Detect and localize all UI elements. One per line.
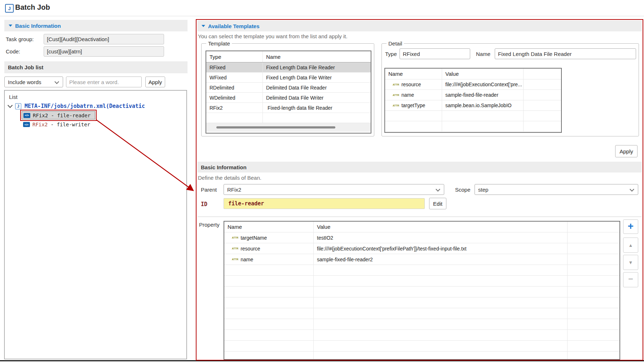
attr-icon: ATTR [393, 94, 399, 96]
expand-chevron-icon[interactable] [8, 103, 13, 108]
add-property-button[interactable]: + [623, 219, 638, 234]
property-row[interactable] [224, 352, 619, 360]
attribute-value [442, 111, 524, 121]
section-divider [197, 217, 642, 217]
batch-job-list-section-header: Batch Job list [4, 61, 188, 73]
tree-item-file-reader[interactable]: RFix2 - file-reader [22, 111, 95, 119]
section-title: Basic Information [201, 164, 247, 170]
empty-cell [568, 352, 619, 360]
parent-label: Parent [201, 187, 217, 193]
task-group-value: [Cust][Audit][Deactivation] [47, 36, 109, 42]
template-row[interactable]: WFixed Fixed Length Data File Writer [206, 73, 371, 83]
id-field[interactable]: file-reader [224, 198, 425, 209]
code-field[interactable]: [cust][uw][atrn] [44, 46, 164, 57]
template-type-cell: WDelimited [206, 93, 263, 103]
template-name-cell [263, 113, 371, 123]
template-row[interactable]: RFix2 Fixed-length data file Reader [206, 103, 371, 113]
property-table-body: ATTR targetName testIO2 ATTR resource fi… [224, 232, 619, 360]
property-value: sample-fixed-file-reader2 [314, 254, 568, 265]
template-name-cell: Fixed-length data file Reader [263, 103, 371, 113]
empty-cell [568, 265, 619, 275]
move-down-button[interactable]: ▼ [623, 255, 638, 270]
property-row[interactable] [224, 287, 619, 297]
detail-type-field[interactable]: RFixed [400, 48, 470, 59]
template-table-header: Type Name [206, 51, 371, 62]
property-row[interactable] [224, 319, 619, 330]
template-name-cell: Fixed Length Data File Reader [263, 62, 371, 72]
property-row[interactable]: ATTR name sample-fixed-file-reader2 [224, 254, 619, 265]
attribute-name: name [401, 92, 414, 98]
property-row[interactable] [224, 297, 619, 308]
arrow-up-icon: ▲ [628, 243, 633, 248]
scrollbar-thumb[interactable] [216, 126, 335, 128]
property-row[interactable]: ATTR resource file:///#{jobExecutionCont… [224, 243, 619, 254]
remove-property-button[interactable]: − [623, 272, 638, 287]
detail-name-value: Fixed Length Data File Reader [498, 51, 572, 57]
property-value: testIO2 [314, 232, 568, 243]
template-row[interactable] [206, 113, 371, 123]
task-group-field[interactable]: [Cust][Audit][Deactivation] [44, 34, 164, 44]
detail-row[interactable]: ATTR resource file:///#{jobExecutionCont… [385, 79, 561, 90]
empty-cell [568, 308, 619, 319]
detail-row[interactable]: ATTR name sample-fixed-file-reader [385, 90, 561, 100]
attr-icon: ATTR [393, 104, 399, 107]
detail-row[interactable] [385, 111, 561, 121]
property-value [314, 308, 568, 319]
detail-row[interactable]: ATTR targetType sample.bean.io.SampleJob… [385, 100, 561, 111]
parent-value: RFix2 [227, 187, 241, 193]
property-row[interactable] [224, 308, 619, 319]
detail-legend: Detail [387, 40, 404, 47]
template-type-cell [206, 113, 263, 123]
attribute-value: file:///#{jobExecutionContext['pre... [442, 79, 524, 90]
template-apply-button[interactable]: Apply [615, 145, 638, 157]
edit-button[interactable]: Edit [429, 198, 446, 209]
basic-information-section-header[interactable]: Basic Information [4, 20, 188, 31]
bean-description: Define the details of Bean. [198, 175, 261, 181]
template-row[interactable]: WDelimited Delimited Data File Writer [206, 93, 371, 103]
template-type-cell: RFixed [206, 62, 263, 72]
property-value: file:///#{jobExecutionContext['prefixFil… [314, 243, 568, 254]
detail-name-label: Name [476, 51, 490, 57]
detail-row[interactable] [385, 121, 561, 132]
plus-icon: + [628, 221, 634, 231]
tree-item-file-writer[interactable]: RFix2 - file-writer [23, 122, 90, 127]
move-up-button[interactable]: ▲ [623, 237, 638, 253]
template-name-cell: Fixed Length Data File Writer [263, 73, 371, 82]
tree-item-name: - file-writer [48, 122, 90, 127]
property-row[interactable] [224, 330, 619, 341]
detail-name-field[interactable]: Fixed Length Data File Reader [495, 48, 636, 59]
attr-icon: ATTR [232, 258, 238, 261]
property-name: targetName [241, 235, 267, 241]
parent-select[interactable]: RFix2 [224, 184, 444, 195]
template-row[interactable]: RDelimited Delimited Data File Reader [206, 83, 371, 93]
template-row[interactable]: RFixed Fixed Length Data File Reader [206, 62, 371, 73]
scope-label: Scope [455, 187, 471, 193]
property-row[interactable] [224, 265, 619, 276]
bean-code-icon [23, 122, 30, 127]
empty-cell [568, 330, 619, 340]
tree-item-prefix: RFix2 [32, 122, 48, 127]
scope-select[interactable]: step [475, 184, 638, 195]
tree-root-node[interactable]: J META-INF/jobs/jobatrn.xml(Deactivatic [8, 103, 145, 109]
horizontal-scrollbar[interactable] [206, 123, 371, 132]
search-input[interactable]: Please enter a word. [66, 77, 142, 87]
empty-cell [568, 276, 619, 286]
scope-value: step [478, 187, 488, 193]
filter-mode-select[interactable]: Include words [4, 77, 63, 87]
detail-type-label: Type [385, 51, 397, 57]
property-row[interactable] [224, 341, 619, 352]
tree-root-label: META-INF/jobs/jobatrn.xml(Deactivatic [25, 103, 145, 109]
property-row[interactable] [224, 276, 619, 287]
bottom-border [0, 360, 644, 361]
tree-item-name: - file-reader [48, 113, 91, 118]
available-templates-section-header[interactable]: Available Templates [197, 21, 642, 31]
attribute-value: sample.bean.io.SampleJobIO [442, 100, 524, 110]
col-header-empty [524, 69, 561, 79]
property-row[interactable]: ATTR targetName testIO2 [224, 232, 619, 243]
id-label: ID [201, 201, 207, 208]
tree-list-label: List [9, 94, 17, 100]
template-type-cell: WFixed [206, 73, 263, 82]
detail-table: Name Value ATTR resource file:///#{jobEx… [384, 68, 562, 133]
list-apply-button[interactable]: Apply [145, 77, 165, 87]
property-value [314, 352, 568, 360]
